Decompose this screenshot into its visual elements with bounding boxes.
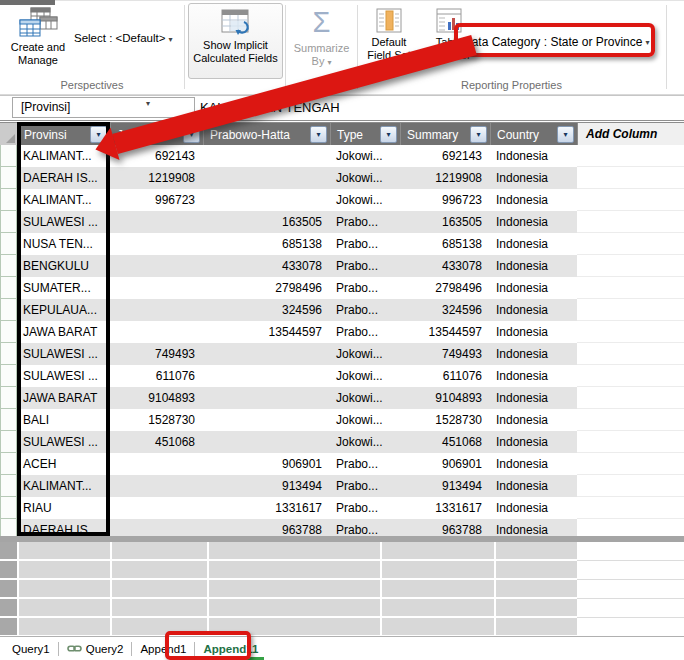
- calc-cell[interactable]: [382, 599, 494, 616]
- table-cell[interactable]: [110, 255, 203, 277]
- row-selector[interactable]: [0, 497, 17, 519]
- table-cell[interactable]: 13544597: [203, 321, 330, 343]
- calc-row-header[interactable]: [0, 542, 17, 559]
- row-selector[interactable]: [0, 343, 17, 365]
- table-cell[interactable]: 913494: [400, 475, 490, 497]
- table-cell[interactable]: [110, 233, 203, 255]
- column-header-provinsi[interactable]: Provinsi▾: [18, 123, 111, 146]
- default-field-set-button[interactable]: DefaultField Set: [359, 8, 419, 62]
- add-column-cell[interactable]: [577, 299, 684, 321]
- table-cell[interactable]: Indonesia: [490, 519, 577, 536]
- select-perspective-dropdown[interactable]: Select : <Default>▾: [74, 32, 172, 44]
- calc-cell[interactable]: [382, 618, 494, 635]
- table-cell[interactable]: Prabo...: [330, 211, 400, 233]
- table-cell[interactable]: 163505: [400, 211, 490, 233]
- table-cell[interactable]: KALIMANT...: [17, 189, 110, 211]
- table-cell[interactable]: SULAWESI ...: [17, 211, 110, 233]
- table-cell[interactable]: [110, 519, 203, 536]
- table-cell[interactable]: 996723: [400, 189, 490, 211]
- calc-cell[interactable]: [112, 580, 207, 597]
- table-cell[interactable]: 913494: [203, 475, 330, 497]
- row-selector[interactable]: [0, 233, 17, 255]
- table-cell[interactable]: Jokowi...: [330, 145, 400, 167]
- table-cell[interactable]: Indonesia: [490, 475, 577, 497]
- column-header-type[interactable]: Type▾: [331, 123, 401, 146]
- table-cell[interactable]: [203, 343, 330, 365]
- table-cell[interactable]: Indonesia: [490, 299, 577, 321]
- calc-cell[interactable]: [209, 561, 380, 578]
- calc-row-header[interactable]: [0, 580, 17, 597]
- row-selector[interactable]: [0, 431, 17, 453]
- table-cell[interactable]: 611076: [400, 365, 490, 387]
- table-cell[interactable]: 324596: [203, 299, 330, 321]
- table-cell[interactable]: 1528730: [110, 409, 203, 431]
- table-cell[interactable]: Indonesia: [490, 233, 577, 255]
- column-header-prabowo-hatta[interactable]: Prabowo-Hatta▾: [204, 123, 331, 146]
- calc-cell[interactable]: [19, 599, 110, 616]
- calc-cell[interactable]: [496, 561, 577, 578]
- table-cell[interactable]: Indonesia: [490, 189, 577, 211]
- name-box-dropdown-icon[interactable]: ▾: [146, 99, 150, 108]
- calc-cell[interactable]: [19, 618, 110, 635]
- calc-row-header[interactable]: [0, 618, 17, 635]
- row-selector[interactable]: [0, 189, 17, 211]
- add-column-cell[interactable]: [577, 431, 684, 453]
- table-cell[interactable]: KALIMANT...: [17, 145, 110, 167]
- filter-dropdown-icon[interactable]: ▾: [90, 126, 107, 143]
- add-column-cell[interactable]: [577, 343, 684, 365]
- table-cell[interactable]: [110, 321, 203, 343]
- table-cell[interactable]: JAWA BARAT: [17, 387, 110, 409]
- table-cell[interactable]: Indonesia: [490, 497, 577, 519]
- add-column-cell[interactable]: [577, 277, 684, 299]
- table-cell[interactable]: 1219908: [110, 167, 203, 189]
- table-cell[interactable]: SULAWESI ...: [17, 365, 110, 387]
- table-cell[interactable]: BALI: [17, 409, 110, 431]
- table-cell[interactable]: 13544597: [400, 321, 490, 343]
- add-column-cell[interactable]: [577, 211, 684, 233]
- table-cell[interactable]: 906901: [400, 453, 490, 475]
- table-cell[interactable]: [110, 211, 203, 233]
- table-cell[interactable]: 2798496: [203, 277, 330, 299]
- table-cell[interactable]: DAERAH IS...: [17, 519, 110, 536]
- table-cell[interactable]: [110, 453, 203, 475]
- table-cell[interactable]: Jokowi...: [330, 387, 400, 409]
- table-cell[interactable]: Indonesia: [490, 387, 577, 409]
- table-cell[interactable]: Jokowi...: [330, 431, 400, 453]
- table-cell[interactable]: Indonesia: [490, 409, 577, 431]
- table-cell[interactable]: Prabo...: [330, 277, 400, 299]
- calc-cell[interactable]: [112, 599, 207, 616]
- calc-row-header[interactable]: [0, 599, 17, 616]
- calc-cell[interactable]: [382, 542, 494, 559]
- table-cell[interactable]: DAERAH IS...: [17, 167, 110, 189]
- table-cell[interactable]: 749493: [110, 343, 203, 365]
- calc-cell[interactable]: [112, 561, 207, 578]
- table-cell[interactable]: KALIMANT...: [17, 475, 110, 497]
- table-cell[interactable]: Indonesia: [490, 211, 577, 233]
- calc-cell[interactable]: [496, 542, 577, 559]
- filter-dropdown-icon[interactable]: ▾: [310, 126, 327, 143]
- table-cell[interactable]: Jokowi...: [330, 343, 400, 365]
- name-box[interactable]: [Provinsi]: [12, 97, 195, 118]
- table-cell[interactable]: 1331617: [203, 497, 330, 519]
- calc-cell[interactable]: [19, 580, 110, 597]
- table-cell[interactable]: 996723: [110, 189, 203, 211]
- table-cell[interactable]: Indonesia: [490, 145, 577, 167]
- table-cell[interactable]: [203, 365, 330, 387]
- row-selector[interactable]: [0, 453, 17, 475]
- table-cell[interactable]: Prabo...: [330, 233, 400, 255]
- row-selector[interactable]: [0, 145, 17, 167]
- table-cell[interactable]: 433078: [203, 255, 330, 277]
- row-selector[interactable]: [0, 475, 17, 497]
- tab-query2[interactable]: Query2: [61, 639, 130, 659]
- row-selector[interactable]: [0, 519, 17, 536]
- table-cell[interactable]: 451068: [110, 431, 203, 453]
- table-cell[interactable]: 1528730: [400, 409, 490, 431]
- table-cell[interactable]: 692143: [110, 145, 203, 167]
- table-cell[interactable]: Prabo...: [330, 321, 400, 343]
- table-cell[interactable]: Prabo...: [330, 255, 400, 277]
- calc-cell[interactable]: [209, 599, 380, 616]
- table-cell[interactable]: 9104893: [400, 387, 490, 409]
- row-selector[interactable]: [0, 387, 17, 409]
- table-cell[interactable]: [110, 277, 203, 299]
- add-column-cell[interactable]: [577, 365, 684, 387]
